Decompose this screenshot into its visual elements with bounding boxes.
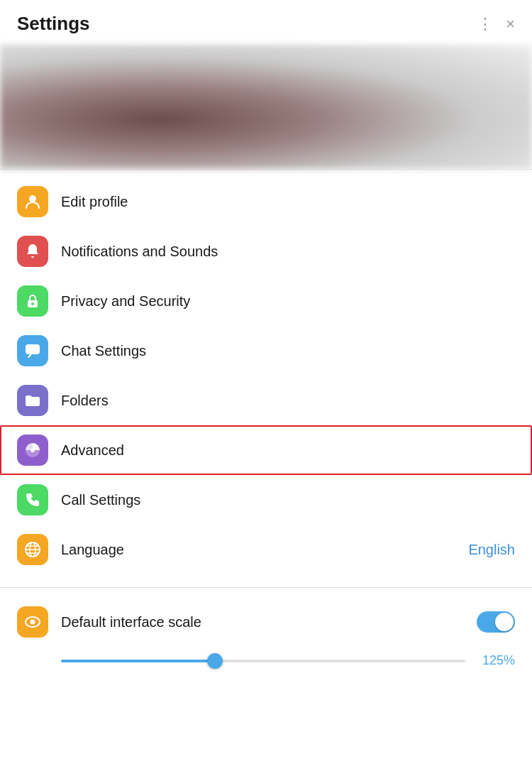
menu-item-chat-settings[interactable]: Chat Settings [0, 326, 532, 376]
chat-settings-icon [17, 335, 48, 366]
interface-scale-toggle[interactable] [477, 611, 515, 633]
settings-menu: Edit profile Notifications and Sounds Pr… [0, 170, 532, 581]
interface-scale-label: Default interface scale [61, 614, 477, 630]
svg-point-2 [31, 302, 34, 305]
privacy-label: Privacy and Security [61, 293, 515, 310]
notifications-label: Notifications and Sounds [61, 244, 515, 260]
menu-item-notifications[interactable]: Notifications and Sounds [0, 226, 532, 276]
advanced-label: Advanced [61, 442, 515, 459]
folders-label: Folders [61, 393, 515, 409]
bell-icon [23, 242, 42, 261]
call-settings-icon [17, 484, 48, 515]
chat-icon [23, 342, 42, 360]
advanced-pie-icon [23, 441, 42, 459]
more-icon[interactable]: ⋮ [477, 15, 493, 33]
svg-point-0 [29, 195, 36, 202]
slider-value: 125% [478, 653, 515, 668]
advanced-icon [17, 435, 48, 466]
chat-settings-label: Chat Settings [61, 343, 515, 359]
svg-point-12 [31, 620, 35, 625]
globe-icon [23, 540, 42, 559]
svg-point-5 [31, 448, 35, 452]
menu-item-call-settings[interactable]: Call Settings [0, 475, 532, 525]
language-icon [17, 534, 48, 565]
menu-item-language[interactable]: Language English [0, 525, 532, 574]
interface-scale-row: Default interface scale [0, 594, 532, 650]
divider-after-menu [0, 587, 532, 588]
notifications-icon [17, 236, 48, 267]
phone-icon [23, 491, 42, 509]
menu-item-edit-profile[interactable]: Edit profile [0, 177, 532, 226]
interface-scale-icon [17, 606, 48, 638]
menu-item-privacy[interactable]: Privacy and Security [0, 276, 532, 326]
person-icon [23, 192, 42, 211]
menu-item-folders[interactable]: Folders [0, 376, 532, 425]
folders-icon [17, 385, 48, 416]
language-label: Language [61, 542, 468, 558]
profile-banner-image [0, 45, 532, 169]
slider-track[interactable] [61, 660, 465, 662]
folder-icon [23, 391, 42, 410]
slider-thumb[interactable] [207, 653, 223, 669]
close-icon[interactable]: × [506, 15, 515, 33]
slider-fill [61, 660, 215, 662]
language-value: English [468, 542, 515, 558]
profile-banner [0, 45, 532, 169]
header-actions: ⋮ × [477, 15, 515, 33]
lock-icon [23, 292, 42, 310]
privacy-icon [17, 285, 48, 317]
page-title: Settings [17, 13, 90, 35]
edit-profile-label: Edit profile [61, 194, 515, 210]
interface-scale-slider-row: 125% [0, 650, 532, 685]
call-settings-label: Call Settings [61, 492, 515, 508]
edit-profile-icon [17, 186, 48, 217]
menu-item-advanced[interactable]: Advanced [0, 425, 532, 475]
settings-header: Settings ⋮ × [0, 0, 532, 45]
eye-icon [23, 613, 42, 631]
svg-rect-3 [26, 344, 40, 354]
